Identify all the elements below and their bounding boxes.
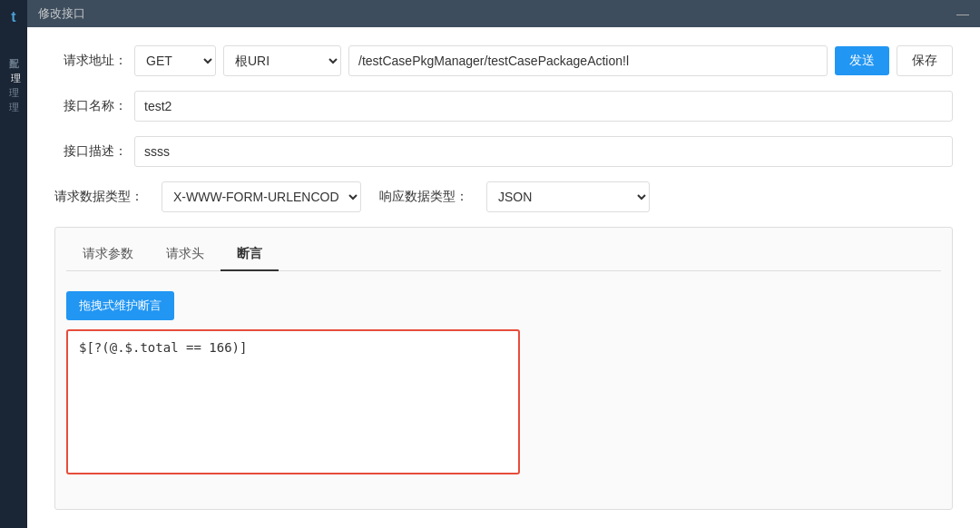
dialog-container: 修改接口 — 请求地址： GET POST PUT DELETE 根URI 发送… [27, 0, 980, 528]
interface-name-label: 接口名称： [54, 98, 127, 114]
interface-desc-row: 接口描述： [54, 136, 953, 167]
tab-request-params[interactable]: 请求参数 [66, 239, 150, 271]
interface-desc-label: 接口描述： [54, 143, 127, 160]
sidebar-logo: t [11, 9, 15, 25]
assert-tab-content: 拖拽式维护断言 [66, 280, 941, 498]
response-type-label: 响应数据类型： [379, 189, 468, 205]
interface-name-row: 接口名称： [54, 91, 953, 122]
url-path-input[interactable] [348, 45, 828, 76]
request-type-select[interactable]: X-WWW-FORM-URLENCODED JSON FORM-DATA TEX… [162, 181, 361, 212]
tabs-container: 请求参数 请求头 断言 [66, 239, 941, 271]
save-button[interactable]: 保存 [897, 45, 953, 76]
url-row: 请求地址： GET POST PUT DELETE 根URI 发送 保存 [54, 45, 953, 76]
dialog-body: 请求地址： GET POST PUT DELETE 根URI 发送 保存 接口名… [27, 27, 980, 528]
interface-desc-input[interactable] [134, 136, 953, 167]
response-type-select[interactable]: JSON XML TEXT [486, 181, 650, 212]
url-label: 请求地址： [54, 53, 127, 69]
tab-request-headers[interactable]: 请求头 [150, 239, 220, 271]
method-select[interactable]: GET POST PUT DELETE [134, 45, 216, 76]
tabs-panel: 请求参数 请求头 断言 拖拽式维护断言 [54, 227, 953, 510]
assert-textarea[interactable] [66, 329, 520, 474]
base-uri-select[interactable]: 根URI [223, 45, 341, 76]
dialog-close-btn[interactable]: — [956, 6, 969, 21]
data-type-row: 请求数据类型： X-WWW-FORM-URLENCODED JSON FORM-… [54, 181, 953, 212]
dialog-titlebar: 修改接口 — [27, 0, 980, 27]
drag-assert-button[interactable]: 拖拽式维护断言 [66, 291, 174, 320]
tab-assert[interactable]: 断言 [220, 239, 279, 271]
interface-name-input[interactable] [134, 91, 953, 122]
request-type-label: 请求数据类型： [54, 189, 143, 205]
dialog-title: 修改接口 [38, 5, 85, 22]
sidebar: t 配置 理 理 理 [0, 0, 27, 528]
send-button[interactable]: 发送 [835, 46, 889, 75]
